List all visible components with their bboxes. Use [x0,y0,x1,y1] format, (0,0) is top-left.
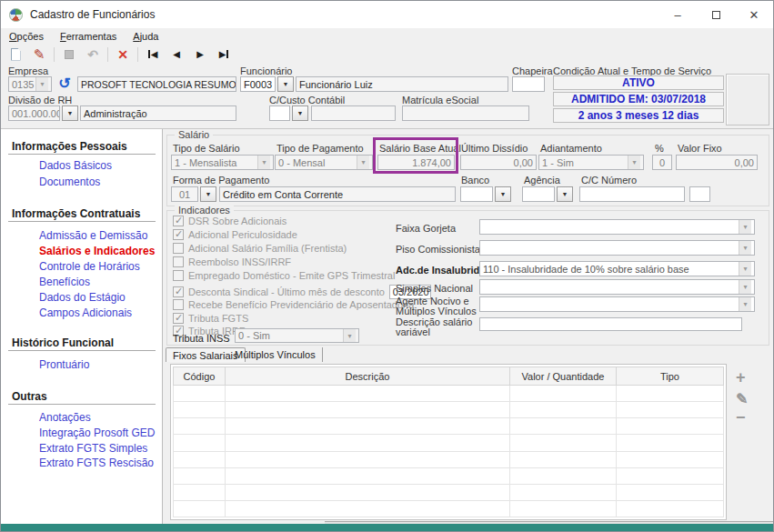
checkbox-icon [173,313,184,324]
empresa-code-value: 0135 [12,79,34,90]
menu-opcoes[interactable]: Opções [9,31,44,42]
edit-row-button[interactable]: ✎ [736,393,748,406]
table-row[interactable] [174,467,724,484]
empresa-code-combo[interactable]: 0135 ▾ [8,76,52,92]
simples-nacional-combo[interactable]: ▾ [479,279,755,295]
banco-field[interactable] [460,186,493,202]
close-button[interactable]: ✕ [735,1,773,28]
minimize-button[interactable]: – [658,1,697,28]
add-row-button[interactable]: + [736,371,746,384]
toolbar: ✎ ↶ ✕ ◀ ◀ ▶ ▶ [1,44,773,65]
undo-button[interactable]: ↶ [84,45,102,63]
forma-pagamento-dropdown-button[interactable]: ▼ [200,186,216,202]
table-row[interactable] [174,435,724,451]
column-header-valor-quantidade[interactable]: Valor / Quantidade [510,367,617,386]
checkbox-adicional-periculosidade[interactable]: Adicional Periculosidade [173,229,297,240]
divisao-rh-dropdown-button[interactable]: ▼ [62,105,78,121]
ccusto-label: C/Custo Contábil [269,95,345,105]
table-row[interactable] [174,386,724,402]
sidebar-item-dados-do-estagio[interactable]: Dados do Estágio [39,291,126,304]
salario-base-field[interactable]: 1.874,00 [377,155,455,170]
ultimo-dissidio-field[interactable]: 0,00 [460,155,537,170]
funcionario-dropdown-button[interactable]: ▼ [277,76,294,92]
salario-groupbox: Salário Tipo de Salário 1 - Mensalista ▾… [166,135,769,206]
menu-ajuda[interactable]: Ajuda [133,31,158,42]
sidebar-item-campos-adicionais[interactable]: Campos Adicionais [39,306,132,319]
ccusto-dropdown-button[interactable]: ▼ [292,105,308,121]
company-sync-button[interactable]: ↺ [55,75,74,92]
agente-nocivo-combo[interactable]: ▾ [479,296,755,312]
save-button[interactable] [60,45,78,63]
divisao-rh-code-field[interactable]: 001.000.000 [8,105,60,121]
ultimo-dissidio-value: 0,00 [514,157,533,168]
banco-dropdown-button[interactable]: ▼ [495,186,511,202]
forma-pagamento-code-field[interactable]: 01 [171,186,198,202]
maximize-button[interactable] [697,1,735,28]
funcionario-label: Funcionário [240,65,292,76]
banco-label: Banco [461,175,489,186]
checkbox-empregado-domestico[interactable]: Empregado Doméstico - Emite GPS Trimestr… [173,270,395,281]
sidebar-item-extrato-fgts-rescisao[interactable]: Extrato FGTS Rescisão [39,457,154,469]
tab-multiplos-vinculos[interactable]: Múltiplos Vínculos [228,347,323,362]
checkbox-tributa-fgts[interactable]: Tributa FGTS [173,313,248,324]
checkbox-adicional-salario-familia[interactable]: Adicional Salário Família (Frentista) [173,243,347,254]
percentual-field[interactable]: 0 [652,155,672,170]
descricao-salario-field[interactable] [479,317,742,331]
valor-fixo-field[interactable]: 0,00 [676,155,758,170]
table-row[interactable] [174,418,724,435]
table-row[interactable] [174,402,724,418]
sidebar-item-anotacoes[interactable]: Anotações [39,411,91,424]
sidebar-item-prontuario[interactable]: Prontuário [39,358,89,371]
sidebar-item-salarios-e-indicadores[interactable]: Salários e Indicadores [39,245,155,257]
cc-digito-field[interactable] [689,186,710,202]
column-header-codigo[interactable]: Código [174,367,226,386]
next-record-button[interactable]: ▶ [191,45,209,63]
column-header-tipo[interactable]: Tipo [617,367,724,386]
next-arrow-icon: ▶ [219,49,226,59]
divisao-rh-code-value: 001.000.000 [12,108,60,119]
funcionario-code-field[interactable]: F0003 [240,76,276,92]
tipo-pagamento-combo[interactable]: 0 - Mensal ▾ [275,155,373,170]
table-row[interactable] [174,484,724,500]
adc-insalubridade-combo[interactable]: 110 - Insalubridade de 10% sobre salário… [479,261,755,276]
sidebar-item-documentos[interactable]: Documentos [39,176,100,188]
tipo-pagamento-value: 0 - Mensal [278,157,325,168]
piso-comissionista-combo[interactable]: ▾ [479,240,755,256]
adiantamento-combo[interactable]: 1 - Sim ▾ [538,155,644,170]
menubar: Opções Ferramentas Ajuda [1,28,773,44]
table-row[interactable] [174,500,724,517]
remove-row-button[interactable]: − [736,411,746,424]
app-window: Cadastro de Funcionários – ✕ Opções Ferr… [0,0,774,532]
sidebar-item-integracao-prosoft-ged[interactable]: Integração Prosoft GED [39,427,155,439]
sidebar-item-beneficios[interactable]: Benefícios [39,276,90,288]
previous-record-button[interactable]: ◀ [167,45,186,63]
checkbox-recebe-beneficio-previdenciario[interactable]: Recebe Benefício Previdenciário de Apose… [173,299,414,310]
sidebar-item-dados-basicos[interactable]: Dados Básicos [39,159,112,172]
cc-numero-field[interactable] [579,186,685,202]
checkbox-reembolso-inss-irrf[interactable]: Reembolso INSS/IRRF [173,256,291,267]
chevron-down-icon[interactable]: ▾ [35,77,48,91]
sidebar-item-admissao-e-demissao[interactable]: Admissão e Demissão [39,229,147,242]
last-record-button[interactable]: ▶ [215,45,233,63]
table-row[interactable] [174,451,724,467]
tipo-salario-combo[interactable]: 1 - Mensalista ▾ [171,155,274,170]
ccusto-code-field[interactable] [269,105,290,121]
sidebar-item-extrato-fgts-simples[interactable]: Extrato FGTS Simples [39,442,147,455]
new-record-button[interactable] [6,45,25,63]
chapeira-field[interactable] [512,76,545,92]
checkbox-icon [173,216,184,226]
agencia-field[interactable] [522,186,555,202]
menu-ferramentas[interactable]: Ferramentas [60,31,116,42]
checkbox-dsr-sobre-adicionais[interactable]: DSR Sobre Adicionais [173,216,286,226]
checkbox-icon [173,286,184,297]
edit-record-button[interactable]: ✎ [30,45,48,63]
sidebar-item-controle-de-horarios[interactable]: Controle de Horários [39,260,140,273]
tributa-inss-combo[interactable]: 0 - Sim ▾ [235,328,359,343]
faixa-gorjeta-combo[interactable]: ▾ [479,219,755,235]
agencia-dropdown-button[interactable]: ▼ [557,186,573,202]
checkbox-desconta-sindical[interactable]: Desconta Sindical - Último mês de descon… [173,285,431,299]
delete-record-button[interactable]: ✕ [114,45,132,63]
column-header-descricao[interactable]: Descrição [226,367,510,386]
empresa-name-value: PROSOFT TECNOLOGIA RESUMO C/DIV [81,79,236,90]
first-record-button[interactable]: ◀ [144,45,162,63]
